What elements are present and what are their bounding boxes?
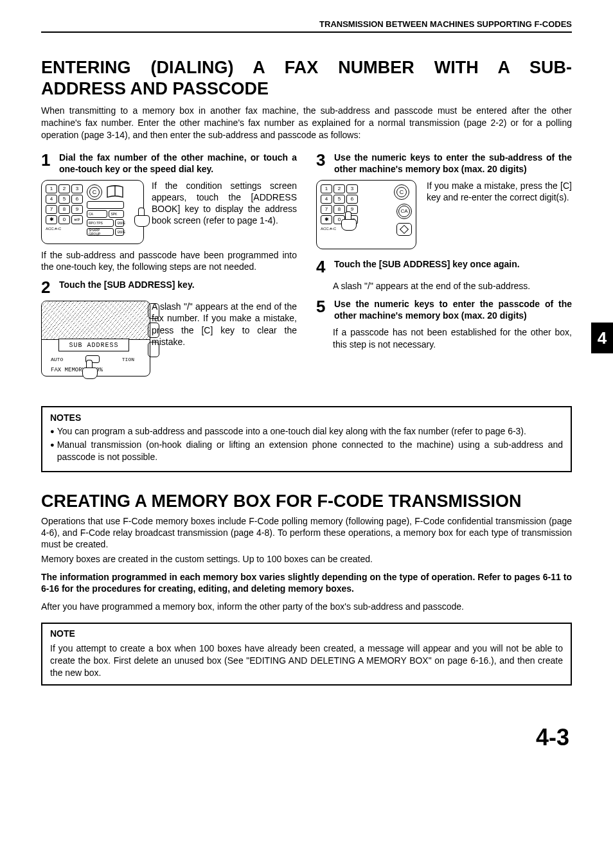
- notes-title-1: NOTES: [50, 412, 563, 423]
- key-1: 1: [46, 184, 57, 193]
- step-title-5: Use the numeric keys to enter the passco…: [334, 298, 572, 321]
- key-0b: 0: [333, 215, 345, 224]
- chapter-tab-4: 4: [591, 323, 613, 353]
- key-starb: ✱: [321, 215, 332, 224]
- sec2-bold-para: The information programmed in each memor…: [41, 571, 572, 594]
- key-hashpb: #/P: [346, 215, 358, 224]
- step-number-1: 1: [41, 152, 55, 175]
- step1-below-text: If the sub-address and passcode have bee…: [41, 249, 297, 272]
- key-3b: 3: [346, 184, 358, 193]
- book-icon: [106, 184, 124, 199]
- heading-1-line1: ENTERING (DIALING) A FAX NUMBER WITH A S…: [41, 57, 572, 78]
- sec2-para-3: After you have programmed a memory box, …: [41, 601, 572, 612]
- step3-side-text: If you make a mistake, press the [C] key…: [427, 180, 572, 249]
- key-star: ✱: [46, 215, 57, 224]
- ca-key-icon: CA: [396, 204, 412, 219]
- key-hashp: #/P: [71, 215, 83, 224]
- key-4: 4: [46, 195, 57, 204]
- diamond-button-icon: [396, 223, 412, 236]
- key-9: 9: [71, 205, 83, 214]
- key-0: 0: [58, 215, 70, 224]
- step-number-3: 3: [316, 152, 330, 175]
- hand-pointer-icon: [132, 208, 139, 227]
- ca-key: CA: [87, 210, 107, 218]
- step4-body: A slash "/" appears at the end of the su…: [316, 280, 572, 292]
- heading-2: CREATING A MEMORY BOX FOR F-CODE TRANSMI…: [41, 492, 572, 511]
- hand-pointer-icon: [80, 360, 99, 379]
- intro-paragraph: When transmitting to a memory box in ano…: [41, 105, 572, 141]
- touchscreen-figure: SUB ADDRESS AUTO TION FAX MEMORY:100%: [41, 301, 150, 384]
- key-5: 5: [58, 195, 70, 204]
- step-title-3: Use the numeric keys to enter the sub-ad…: [334, 152, 572, 175]
- phone-icon: \260E: [115, 219, 124, 227]
- slot-1: RPO.TPS: [87, 219, 114, 227]
- side-button-3: [148, 342, 159, 357]
- notes-box-2: NOTE If you attempt to create a box when…: [41, 623, 572, 686]
- key-9b: 9: [346, 205, 358, 214]
- side-button-1: [148, 303, 159, 319]
- step-title-2: Touch the [SUB ADDRESS] key.: [59, 279, 297, 296]
- heading-1-line2: ADDRESS AND PASSCODE: [41, 78, 572, 100]
- notes-box-1: NOTES You can program a sub-address and …: [41, 406, 572, 472]
- step1-side-text: If the condition settings screen appears…: [152, 180, 297, 244]
- note-item: You can program a sub-address and passco…: [50, 425, 563, 438]
- running-header: TRANSMISSION BETWEEN MACHINES SUPPORTING…: [41, 19, 572, 33]
- key-2: 2: [58, 184, 70, 193]
- slot-2: SHARP GROUP: [87, 228, 114, 236]
- clear-key-icon: C: [87, 184, 102, 200]
- auto-label-right: TION: [122, 357, 134, 362]
- note-item: Manual transmission (on-hook dialing or …: [50, 439, 563, 463]
- step5-body: If a passcode has not been established f…: [316, 326, 572, 350]
- auto-label-left: AUTO: [51, 357, 63, 362]
- step2-side-text: A slash "/" appears at the end of the fa…: [152, 301, 297, 384]
- key-8: 8: [58, 205, 70, 214]
- sec2-para-2: Memory boxes are created in the custom s…: [41, 553, 572, 565]
- phone-icon-2: \260E: [115, 228, 124, 236]
- key-3: 3: [71, 184, 83, 193]
- notes-title-2: NOTE: [50, 628, 563, 640]
- key-6: 6: [71, 195, 83, 204]
- page-number: 4-3: [41, 724, 572, 751]
- keypad-figure-1: 123 456 789 ✱0#/P ACC.#-C C: [41, 180, 144, 244]
- spk-key: SPK: [109, 210, 124, 218]
- step-title-4: Touch the [SUB ADDRESS] key once again.: [334, 258, 572, 275]
- key-2b: 2: [333, 184, 345, 193]
- step-number-5: 5: [316, 298, 330, 321]
- step-title-1: Dial the fax number of the other machine…: [59, 152, 297, 175]
- key-8b: 8: [333, 205, 345, 214]
- key-6b: 6: [346, 195, 358, 204]
- key-1b: 1: [321, 184, 332, 193]
- sec2-para-1: Operations that use F-Code memory boxes …: [41, 515, 572, 551]
- key-4b: 4: [321, 195, 332, 204]
- key-7: 7: [46, 205, 57, 214]
- key-5b: 5: [333, 195, 345, 204]
- step-number-2: 2: [41, 279, 55, 296]
- key-7b: 7: [321, 205, 332, 214]
- step-number-4: 4: [316, 258, 330, 275]
- note2-body: If you attempt to create a box when 100 …: [50, 642, 563, 679]
- acc-label-b: ACC.#-C: [321, 227, 358, 231]
- clear-key-icon-b: C: [394, 184, 409, 200]
- keypad-figure-2: 123 456 789 ✱0#/P ACC.#-C C CA: [316, 180, 416, 249]
- sub-address-button: SUB ADDRESS: [58, 339, 129, 351]
- side-button-2: [148, 323, 159, 338]
- acc-label: ACC.#-C: [46, 227, 83, 231]
